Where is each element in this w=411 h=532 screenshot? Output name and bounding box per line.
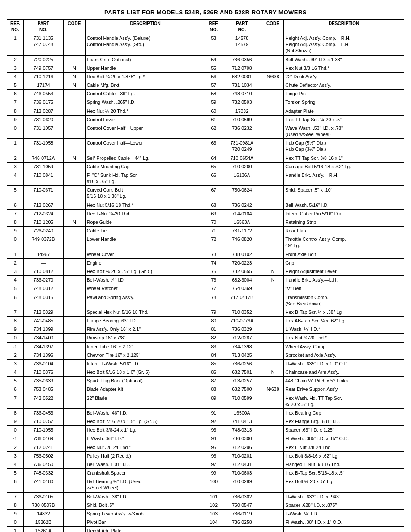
- table-row: 6741-0180Ball Bearing ½" I.D. (Usedw/Ste…: [7, 477, 404, 492]
- table-row: 8710-1205NRope Guide7016563ARetaining St…: [7, 218, 404, 226]
- header-ref-no2: REF.NO.: [206, 20, 222, 34]
- header-part-no2: PARTNO.: [222, 20, 262, 34]
- table-row: 6753-0485Blade Adapter Kit88682-7500N/63…: [7, 385, 404, 394]
- table-row: 4710-0841Fl-"C" Sunk Hd. Tap Scr.#10 x .…: [7, 171, 404, 185]
- table-row: 7742-052222" Blade89710-0599Hex Wash. Hd…: [7, 394, 404, 408]
- table-row: 7736-0105Bell-Wash. .38" I.D.101736-0302…: [7, 492, 404, 501]
- table-row: 7712-0329Special Hex Nut 5/16-18 Thd.797…: [7, 308, 404, 316]
- table-row: 3756-0502Pulley Half (2 Req'd.)96710-020…: [7, 451, 404, 460]
- parts-table: REF.NO. PARTNO. CODE DESCRIPTION REF.NO.…: [7, 19, 404, 532]
- table-row: 6712-0267Hex Nut 5/16-18 Thd.*68736-0242…: [7, 201, 404, 209]
- table-row: ·1734-1397Inner Tube 16" x 2.12"83734-13…: [7, 342, 404, 351]
- table-row: 914832Spring Lever Ass'y. w/Knob103736-0…: [7, 509, 404, 518]
- table-row: 114967Wheel Cover73738-0102Front Axle Bo…: [7, 250, 404, 258]
- table-row: 9731-0620Control Lever61710-0599Hex TT-T…: [7, 115, 404, 124]
- header-description2: DESCRIPTION: [284, 20, 404, 34]
- table-row: 1731-1135747-0748Control Handle Ass'y. (…: [7, 34, 404, 56]
- table-row: 8712-0287Hex Nut ¼-20 Thd.*6017032Adapte…: [7, 107, 404, 115]
- header-code2: CODE: [262, 20, 284, 34]
- table-row: 5710-0671Curved Carr. Bolt5/16-18 x 1.38…: [7, 186, 404, 201]
- table-row: 4710-0376Hex Bolt 5/16-18 x 1.0" (Gr. 5)…: [7, 368, 404, 377]
- table-row: 3749-0757NUpper Handle55712-0798Hex Nut …: [7, 64, 404, 72]
- header-part-no: PARTNO.: [23, 20, 64, 34]
- table-row: 7712-0324Hex L-Nut ¼-20 Thd.69714-0104In…: [7, 209, 404, 218]
- table-row: 6748-0315Pawl and Spring Ass'y.78717-041…: [7, 293, 404, 308]
- header-ref-no: REF.NO.: [7, 20, 24, 34]
- table-row: 3731-1059Cable Mounting Cap65710-0260Car…: [7, 162, 404, 171]
- table-row: 4736-0450Bell-Wash. 1.01" I.D.97712-0431…: [7, 460, 404, 468]
- table-row: 6746-0553Control Cable—36" Lg.58748-0710…: [7, 90, 404, 98]
- table-row: 517174NCable Mfg. Brkt.57731-1034Chute D…: [7, 81, 404, 90]
- table-row: 5748-0312Wheel Ratchet77754-0369"V" Belt: [7, 284, 404, 293]
- table-row: 5735-0639Spark Plug Boot (Optional)87713…: [7, 377, 404, 385]
- table-row: 4710-1216NHex Bolt ¼-20 x 1.875" Lg.*566…: [7, 72, 404, 81]
- header-description: DESCRIPTION: [85, 20, 206, 34]
- table-row: 8736-0453Bell-Wash. .46" I.D.9116500AHex…: [7, 408, 404, 417]
- table-row: 115261AHeight Adj. Plate: [7, 527, 404, 532]
- table-row: 0710-1055Hex Bolt 3/8-24 x 1" Lg.93748-0…: [7, 426, 404, 434]
- table-row: 9734-1399Rim Ass'y. Only 16" x 2.1"81736…: [7, 325, 404, 334]
- table-row: 9710-0757Hex Bolt 7/16-20 x 1.5" Lg. (Gr…: [7, 417, 404, 426]
- table-row: 0749-0372BLower Handle72746-0820Throttle…: [7, 235, 404, 250]
- table-row: 8730-0507BShld. Bolt .5"102750-0547Space…: [7, 501, 404, 509]
- table-row: ·1736-0169L-Wash. 3/8" I.D.*94736-0300Fl…: [7, 434, 404, 443]
- table-row: 8741-0485Flange Bearing .63" I.D.80710-0…: [7, 317, 404, 325]
- table-row: 0734-1400Rimstrip 16" x 7/8"82712-0287He…: [7, 334, 404, 342]
- table-row: 2712-0241Hex Nut 3/8-24 Thd.*95712-0296H…: [7, 443, 404, 451]
- table-row: 2734-1396Chevron Tire 16" x 2.125"84713-…: [7, 351, 404, 359]
- table-row: 2720-0225Foam Grip (Optional)54736-0356B…: [7, 55, 404, 64]
- table-row: 1731-1058Control Cover Half—Lower63731-0…: [7, 139, 404, 154]
- table-row: 4736-0270Bell-Wash. ¼" I.D.76682-3004NHa…: [7, 276, 404, 284]
- table-row: 2746-0712ANSelf-Propelled Cable—44" Lg.6…: [7, 154, 404, 162]
- table-row: 9726-0240Cable Tie71731-1172Rear Flap: [7, 227, 404, 235]
- table-row: 3710-0812Hex Bolt ¼-20 x .75" Lg. (Gr. 5…: [7, 267, 404, 275]
- table-row: 5748-0332Crankshaft Spacer99710-0603Hex …: [7, 469, 404, 477]
- table-row: 7736-0175Spring Wash. .265" I.D.59732-05…: [7, 98, 404, 107]
- table-row: 2—Engine74720-0223Grip: [7, 258, 404, 267]
- table-row: 3736-0104Intern. L-Wash. 5/16" I.D.85736…: [7, 359, 404, 368]
- page-title: PARTS LIST FOR MODELS 524R, 526R AND 528…: [7, 9, 404, 16]
- table-row: 0731-1057Control Cover Half—Upper62736-0…: [7, 124, 404, 138]
- header-code: CODE: [64, 20, 86, 34]
- table-row: 015262BPivot Bar104736-0258Fl-Wash. .38"…: [7, 518, 404, 527]
